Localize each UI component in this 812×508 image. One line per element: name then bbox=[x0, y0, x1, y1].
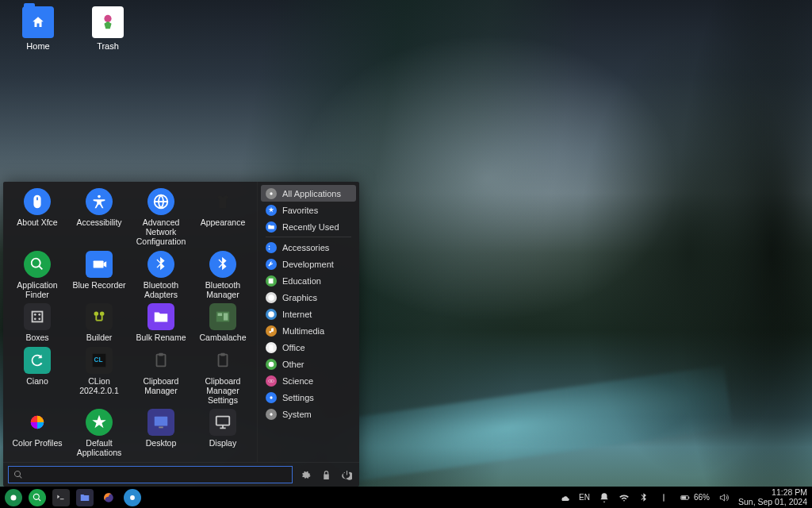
category-icon bbox=[266, 392, 277, 403]
category-item[interactable]: Accessories bbox=[261, 239, 356, 256]
category-list: All ApplicationsFavoritesRecently UsedAc… bbox=[257, 182, 359, 462]
app-item[interactable]: Builder bbox=[68, 302, 130, 345]
category-icon bbox=[266, 375, 277, 387]
trash-icon bbox=[92, 6, 124, 38]
search-box[interactable] bbox=[8, 466, 293, 483]
app-item[interactable]: Clipboard Manager bbox=[130, 345, 192, 408]
svg-rect-2 bbox=[94, 260, 104, 267]
app-item[interactable]: Appearance bbox=[192, 187, 254, 249]
category-icon bbox=[266, 292, 277, 303]
app-label: Ciano bbox=[26, 376, 48, 386]
app-item[interactable]: Application Finder bbox=[6, 249, 68, 302]
category-item[interactable]: System bbox=[261, 406, 356, 422]
app-icon bbox=[86, 303, 113, 330]
clock[interactable]: 11:28 PM Sun, Sep 01, 2024 bbox=[738, 488, 807, 506]
svg-rect-12 bbox=[224, 314, 228, 321]
svg-rect-16 bbox=[159, 353, 163, 356]
app-item[interactable]: CLCLion 2024.2.0.1 bbox=[68, 345, 130, 408]
settings-button[interactable] bbox=[297, 467, 313, 483]
app-item[interactable]: Bluetooth Adapters bbox=[130, 249, 192, 302]
category-item[interactable]: Internet bbox=[261, 306, 356, 322]
app-item[interactable]: Color Profiles bbox=[6, 407, 68, 460]
lock-button[interactable] bbox=[318, 467, 334, 483]
app-icon bbox=[24, 188, 51, 215]
svg-point-7 bbox=[38, 318, 40, 321]
battery-tray-icon[interactable]: 66% bbox=[678, 492, 710, 503]
files-icon bbox=[79, 492, 90, 503]
app-item[interactable]: Default Applications bbox=[68, 407, 130, 460]
app-icon bbox=[24, 251, 51, 278]
power-button[interactable] bbox=[339, 467, 354, 483]
app-item[interactable]: About Xfce bbox=[6, 187, 68, 249]
category-item[interactable]: Other bbox=[261, 356, 356, 372]
category-item[interactable]: Development bbox=[261, 256, 356, 272]
category-item[interactable]: All Applications bbox=[261, 185, 356, 202]
files-launcher[interactable] bbox=[76, 489, 94, 506]
category-item[interactable]: Education bbox=[261, 272, 356, 289]
language-indicator[interactable]: EN bbox=[579, 493, 590, 502]
app-item[interactable]: Advanced Network Configuration bbox=[130, 187, 192, 249]
app-label: Bluetooth Adapters bbox=[132, 280, 190, 299]
app-icon bbox=[209, 409, 236, 436]
search-input[interactable] bbox=[28, 469, 287, 480]
category-item[interactable]: Office bbox=[261, 339, 356, 356]
category-item[interactable]: Science bbox=[261, 372, 356, 389]
category-item[interactable]: Recently Used bbox=[261, 218, 356, 235]
desktop-icon-trash[interactable]: Trash bbox=[82, 6, 133, 51]
category-label: System bbox=[282, 410, 312, 419]
category-label: Favorites bbox=[282, 206, 318, 215]
app-item[interactable]: Display bbox=[192, 407, 254, 460]
volume-tray-icon[interactable] bbox=[718, 492, 730, 503]
svg-rect-20 bbox=[155, 417, 168, 426]
notifications-tray-icon[interactable] bbox=[599, 492, 610, 503]
app-item[interactable]: Blue Recorder bbox=[68, 249, 130, 302]
bluetooth-tray-icon[interactable] bbox=[638, 492, 649, 503]
app-item[interactable]: Desktop bbox=[130, 407, 192, 460]
category-icon bbox=[266, 205, 277, 216]
category-icon bbox=[266, 325, 277, 337]
app-icon bbox=[24, 303, 51, 330]
app-launcher[interactable] bbox=[124, 489, 141, 506]
category-item[interactable]: Settings bbox=[261, 389, 356, 406]
category-label: Multimedia bbox=[282, 326, 324, 336]
category-item[interactable]: Multimedia bbox=[261, 322, 356, 339]
app-item[interactable]: Cambalache bbox=[192, 302, 254, 345]
app-label: About Xfce bbox=[17, 217, 57, 227]
desktop-icon-label: Home bbox=[13, 41, 63, 51]
desktop-icon-home[interactable]: Home bbox=[13, 6, 63, 51]
app-label: Default Applications bbox=[70, 438, 128, 457]
app-item[interactable]: Bulk Rename bbox=[130, 302, 192, 345]
svg-rect-17 bbox=[219, 354, 228, 366]
category-label: Graphics bbox=[282, 293, 317, 302]
app-label: Advanced Network Configuration bbox=[132, 217, 190, 246]
app-item[interactable]: Boxes bbox=[6, 302, 68, 345]
app-label: Application Finder bbox=[8, 280, 67, 299]
cloud-tray-icon[interactable] bbox=[559, 492, 570, 503]
wifi-tray-icon[interactable] bbox=[619, 492, 630, 503]
category-icon bbox=[266, 275, 277, 287]
category-label: Internet bbox=[282, 310, 312, 319]
app-icon bbox=[209, 347, 236, 374]
app-label: Color Profiles bbox=[12, 438, 62, 448]
category-label: Accessories bbox=[282, 243, 329, 252]
search-launcher[interactable] bbox=[29, 489, 46, 506]
menu-bottom-bar bbox=[3, 462, 359, 487]
app-item[interactable]: Bluetooth Manager bbox=[192, 249, 254, 302]
app-icon bbox=[24, 409, 51, 436]
app-item[interactable]: Clipboard Manager Settings bbox=[192, 345, 254, 408]
category-item[interactable]: Graphics bbox=[261, 289, 356, 306]
app-icon bbox=[147, 303, 174, 330]
lock-icon bbox=[321, 470, 331, 480]
svg-point-0 bbox=[98, 195, 101, 198]
firefox-launcher[interactable] bbox=[100, 489, 117, 506]
app-label: Clipboard Manager Settings bbox=[193, 376, 252, 405]
terminal-launcher[interactable] bbox=[52, 489, 70, 506]
app-icon bbox=[147, 347, 174, 374]
app-label: CLion 2024.2.0.1 bbox=[70, 376, 128, 395]
category-separator bbox=[266, 237, 351, 237]
start-menu-button[interactable] bbox=[5, 489, 22, 506]
app-item[interactable]: Ciano bbox=[6, 345, 68, 408]
category-item[interactable]: Favorites bbox=[261, 202, 356, 218]
category-icon bbox=[266, 188, 277, 199]
app-item[interactable]: Accessibility bbox=[68, 187, 130, 249]
